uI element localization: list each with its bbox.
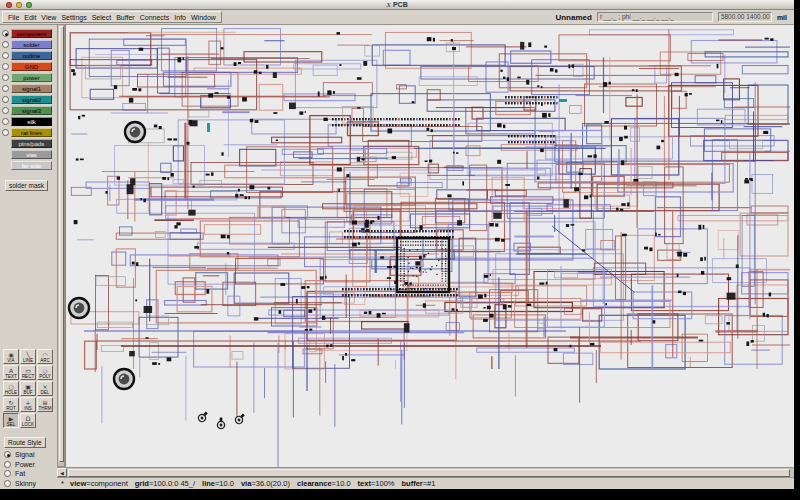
tool-label: RECT [22, 374, 34, 379]
status-bar: * view=componentgrid=100.0:0 45_/line=10… [57, 477, 794, 489]
menu-status-row: FileEditViewSettingsSelectBufferConnects… [0, 10, 794, 25]
buf-icon: ▣ [25, 383, 31, 390]
route-option-fat[interactable]: Fat [4, 469, 57, 479]
layer-radio-gnd[interactable] [2, 63, 9, 70]
menu-item-view[interactable]: View [41, 14, 56, 21]
tool-button-hole[interactable]: ○HOLE [3, 381, 19, 396]
status-segment-line: line=10.0 [202, 479, 234, 488]
rect-icon: ▭ [25, 367, 31, 374]
line-icon: ╲ [26, 351, 30, 358]
layer-radio-component[interactable] [2, 30, 9, 37]
route-radio-skinny[interactable] [4, 480, 11, 487]
route-radio-signal[interactable] [4, 451, 11, 458]
tool-button-arc[interactable]: ◠ARC [37, 349, 53, 364]
window-chrome: XPCB FileEditViewSettingsSelectBufferCon… [0, 0, 794, 489]
status-segment-grid: grid=100.0:0 45_/ [135, 479, 195, 488]
route-option-power[interactable]: Power [4, 460, 57, 470]
route-style-button[interactable]: Route Style [4, 437, 46, 448]
vertical-scrollbar-thumb[interactable] [59, 26, 64, 462]
layer-row-component: component [2, 28, 57, 39]
menu-item-settings[interactable]: Settings [61, 14, 86, 21]
layer-radio-outline[interactable] [2, 52, 9, 59]
rot-icon: ↻ [8, 399, 13, 406]
pcb-application-window: XPCB FileEditViewSettingsSelectBufferCon… [0, 0, 800, 500]
pcb-canvas[interactable] [65, 25, 794, 467]
poly-icon: ◇ [43, 367, 48, 374]
route-radio-power[interactable] [4, 461, 11, 468]
layer-button-solder[interactable]: solder [11, 40, 52, 49]
tool-label: POLY [39, 374, 51, 379]
tool-button-rect[interactable]: ▭RECT [20, 365, 36, 380]
x11-icon: X [386, 1, 391, 9]
layer-radio-signal3[interactable] [2, 107, 9, 114]
layer-radio-signal2[interactable] [2, 96, 9, 103]
layer-button-outline[interactable]: outline [11, 51, 52, 60]
lock-icon: Ω [26, 415, 31, 422]
layer-row-far-side: far side [2, 160, 57, 171]
layer-row-pins-pads: pins/pads [2, 138, 57, 149]
menu-item-edit[interactable]: Edit [24, 14, 36, 21]
tool-button-sel[interactable]: ▶SEL [3, 413, 19, 428]
menu-item-connects[interactable]: Connects [140, 14, 170, 21]
layer-row-outline: outline [2, 50, 57, 61]
horizontal-scrollbar[interactable]: ◀ [57, 467, 794, 477]
menu-item-buffer[interactable]: Buffer [116, 14, 135, 21]
layer-button-power[interactable]: power [11, 73, 52, 82]
menu-item-info[interactable]: Info [174, 14, 186, 21]
layer-button-vias[interactable]: vias [11, 150, 52, 159]
tool-button-ins[interactable]: +INS [20, 397, 36, 412]
layer-row-signal3: signal3 [2, 105, 57, 116]
status-segment-view: view=component [70, 479, 128, 488]
tool-button-text[interactable]: ATEXT [3, 365, 19, 380]
tool-button-del[interactable]: ×DEL [37, 381, 53, 396]
tool-button-rot[interactable]: ↻ROT [3, 397, 19, 412]
tool-label: INS [24, 406, 32, 411]
layer-button-far-side[interactable]: far side [11, 161, 52, 170]
vertical-scrollbar[interactable] [57, 25, 65, 467]
route-option-signal[interactable]: Signal [4, 450, 57, 460]
layer-button-pins-pads[interactable]: pins/pads [11, 139, 52, 148]
layer-radio-rat-lines[interactable] [2, 129, 9, 136]
layer-radio-solder[interactable] [2, 41, 9, 48]
scroll-left-arrow-icon[interactable]: ◀ [57, 468, 67, 477]
route-radio-fat[interactable] [4, 470, 11, 477]
units-label: mil [777, 14, 787, 21]
cursor-position-readout: 5800.00 1400.00 [718, 12, 772, 22]
layer-row-vias: vias [2, 149, 57, 160]
tool-button-buf[interactable]: ▣BUF [20, 381, 36, 396]
del-icon: × [42, 383, 47, 390]
layer-list: componentsolderoutlineGNDpowersignal1sig… [2, 28, 57, 171]
layer-button-silk[interactable]: silk [11, 117, 52, 126]
layer-row-gnd: GND [2, 61, 57, 72]
layer-button-component[interactable]: component [11, 29, 52, 38]
layer-row-solder: solder [2, 39, 57, 50]
layer-radio-power[interactable] [2, 74, 9, 81]
tool-button-lock[interactable]: ΩLOCK [20, 413, 36, 428]
relative-position-readout: r __._ ; phi __._ __._ __._ [597, 12, 713, 22]
layer-row-signal2: signal2 [2, 94, 57, 105]
tool-button-poly[interactable]: ◇POLY [37, 365, 53, 380]
layer-radio-silk[interactable] [2, 118, 9, 125]
status-segment-text: text=100% [358, 479, 395, 488]
menu-item-select[interactable]: Select [92, 14, 111, 21]
tool-button-thrm[interactable]: ⊞THRM [37, 397, 53, 412]
menu-item-file[interactable]: File [8, 14, 19, 21]
tool-button-line[interactable]: ╲LINE [20, 349, 36, 364]
route-style-options: SignalPowerFatSkinny [4, 450, 57, 488]
header-readouts: Unnamed r __._ ; phi __._ __._ __._ 5800… [555, 11, 787, 23]
arc-icon: ◠ [42, 351, 47, 358]
tool-label: HOLE [5, 390, 17, 395]
layer-button-signal2[interactable]: signal2 [11, 95, 52, 104]
layer-button-signal1[interactable]: signal1 [11, 84, 52, 93]
layer-button-gnd[interactable]: GND [11, 62, 52, 71]
solder-mask-button[interactable]: solder mask [5, 180, 48, 191]
layer-button-rat-lines[interactable]: rat lines [11, 128, 52, 137]
layer-row-rat-lines: rat lines [2, 127, 57, 138]
layer-radio-signal1[interactable] [2, 85, 9, 92]
menu-item-window[interactable]: Window [191, 14, 216, 21]
tool-button-via[interactable]: ◉VIA [3, 349, 19, 364]
route-option-skinny[interactable]: Skinny [4, 479, 57, 489]
layer-button-signal3[interactable]: signal3 [11, 106, 52, 115]
via-icon: ◉ [8, 351, 13, 358]
horizontal-scrollbar-thumb[interactable] [68, 469, 790, 477]
